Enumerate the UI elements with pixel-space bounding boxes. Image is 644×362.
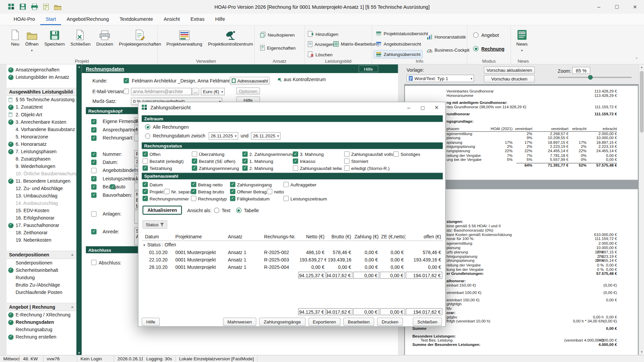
auto-option[interactable]: auto [110,184,125,189]
rechnungsdatum-option[interactable]: Rechnungsdatum zwisch 26.11.2025 und 26.… [145,132,280,139]
vertical-splitter[interactable] [76,64,82,355]
menu-tab-start[interactable]: Start [40,13,61,25]
sidebar-item[interactable]: Rechnung erstellen [7,333,76,341]
sidebar-section-header[interactable]: Sonderpositionen [7,251,76,259]
column-checkbox[interactable]: Auftraggeber [283,181,317,188]
status-filter-checkbox[interactable]: Zahlungserinnerung [192,165,243,172]
hinzufuegen-button[interactable]: Hinzufügen [306,29,340,38]
sidebar-item[interactable]: 8. Zusatzphasen [7,155,76,163]
row-checkbox[interactable] [91,135,97,140]
table-row[interactable]: 28.10.20 0001 Musterprojekt Ansatz 1 R-2… [142,263,443,271]
projektkontrollzentrum-button[interactable]: Projektkontrollzentrum [205,27,256,47]
vorschau-aktualisieren-button[interactable]: Vorschau aktualisieren [484,66,535,74]
column-checkbox[interactable]: Betrag brutto [191,188,230,195]
hilfe-button[interactable]: Hilfe [142,318,160,326]
row-checkbox[interactable] [91,229,97,234]
sidebar-item[interactable]: E-Rechnung / XRechnung [7,311,76,318]
sidebar-section-header[interactable]: Angebot | Rechnung [7,303,76,311]
column-checkbox[interactable]: Rechnungsnummer [143,195,191,202]
sidebar-item[interactable]: 18. Zeithonorar [7,229,76,236]
menu-tab-hilfe[interactable]: Hilfe [210,13,230,25]
minimize-button[interactable] [590,0,608,13]
modus-rechnung-option[interactable]: Rechnung [473,46,504,51]
scroll-down-icon[interactable] [639,349,644,355]
vorschau-drucken-button[interactable]: Vorschau drucken [484,75,535,82]
save-icon[interactable] [20,4,26,10]
sidebar-item[interactable]: 6. Honorarsatz [7,140,76,148]
zahlungsuebersicht-button[interactable]: Zahlungsübersicht [374,50,423,58]
neu-button[interactable]: Neu [8,27,22,53]
sidebar-item[interactable]: Rundung [7,274,76,281]
alle-rechnungen-option[interactable]: Alle Rechnungen [145,124,189,130]
status-filter-checkbox[interactable]: Zahlungsausfall teilw. [293,165,344,172]
zoom-value[interactable]: 85 % [572,67,590,74]
modus-angebot-option[interactable]: Angebot [473,33,499,38]
row-checkbox[interactable] [91,160,97,165]
sidebar-item[interactable]: 3. Anrechenbare Kosten [7,118,76,126]
status-filter-checkbox[interactable]: Bezahlt (SE offen) [192,158,243,165]
row-checkbox[interactable] [91,184,97,189]
sidebar-item[interactable]: 12. Zu- und Abschläge [7,185,76,192]
scrollbar-thumb[interactable] [640,71,644,133]
column-checkbox[interactable]: Offener Betrag [230,188,267,195]
sidebar-item[interactable]: Leistungsbilder im Ansatz [7,73,76,81]
zahlungseingaenge-button[interactable]: Zahlungseingänge [259,318,306,326]
ansicht-text-option[interactable]: Text [214,208,230,213]
sidebar-item[interactable]: Brutto Zu-/Abschläge [7,281,76,289]
dialog-minimize-button[interactable] [402,102,416,113]
column-checkbox[interactable]: Leistungszeitraum [283,195,327,202]
angebotsuebersicht-button[interactable]: Angebotsübersicht [374,40,423,48]
column-checkbox[interactable]: Datum [143,181,191,188]
sidebar-item[interactable]: 7. Leistungsphasen [7,148,76,155]
vertical-scrollbar[interactable] [639,64,644,355]
speichern-button[interactable]: Speichern [42,27,68,53]
bearbeiten-button[interactable]: Bearbeiten [343,318,374,326]
dialog-maximize-button[interactable] [416,102,430,113]
row-checkbox[interactable] [91,127,97,132]
sidebar-item[interactable]: Rechnungsdaten [7,318,76,326]
status-filter-checkbox[interactable]: 3. Mahnung [293,150,344,158]
row-checkbox[interactable] [91,119,97,124]
row-checkbox[interactable] [91,192,97,198]
row-checkbox[interactable] [91,176,97,181]
status-filter-checkbox[interactable]: Bezahlt (erledigt) [143,158,192,165]
business-cockpit-button[interactable]: Business-Cockpit [425,46,472,54]
status-filter-checkbox[interactable]: 1. Mahnung [242,158,293,165]
status-filter-checkbox[interactable]: 2. Mahnung [242,165,293,172]
date-to-select[interactable]: 26.11.2025 [251,132,280,139]
status-filter-checkbox[interactable]: Sonstiges [393,150,443,158]
loeschen-button[interactable]: Löschen [306,50,334,59]
folder-icon[interactable] [54,4,61,10]
ansicht-tabelle-option[interactable]: Tabelle [236,208,259,213]
close-button[interactable] [626,0,644,13]
print-icon[interactable] [31,4,38,10]
drucken-button[interactable]: Drucken [377,318,403,326]
zoom-slider[interactable] [558,77,632,78]
dialog-titlebar[interactable]: Zahlungsübersicht [139,102,445,113]
column-checkbox[interactable]: netto [267,188,284,195]
sidebar-item[interactable]: Durchlaufende Posten [7,289,76,296]
projektverwaltung-button[interactable]: Projektverwaltung [163,27,205,47]
column-checkbox[interactable]: Projekt [143,188,164,195]
sidebar-item[interactable]: Ansatzeigenschaften [7,66,76,73]
table-row[interactable]: 22.10.20 0001 Musterprojekt Ansatz 1 R-2… [142,256,443,263]
maximize-button[interactable] [608,0,626,13]
zoom-slider-thumb[interactable] [588,75,592,79]
column-checkbox[interactable]: Betrag netto [191,181,230,188]
projekteigenschaften-button[interactable]: Projekteigenschaften [116,27,164,53]
status-filter-checkbox[interactable]: 2. Zahlungserinnerung [242,150,293,158]
sidebar-item[interactable]: 1. Zusatztext [7,104,76,111]
mahnwesen-button[interactable]: Mahnwesen [223,318,257,326]
sidebar-item[interactable]: 17. Pauschalhonorar [7,222,76,229]
print-preview-icon[interactable] [43,4,49,10]
column-checkbox[interactable]: Zahlungseingang [230,181,283,188]
column-checkbox[interactable]: Fälligkeitsdatum [230,195,283,202]
sidebar-item[interactable]: 14. Ausbauzuschlag [7,199,76,207]
drucken-button[interactable]: Drucken [94,27,116,53]
eigenschaften-button[interactable]: Eigenschaften [258,44,298,52]
sidebar-item[interactable]: 10. Örtliche Bauüberwachung [7,170,76,177]
schliessen-button[interactable]: Schließen [413,318,442,326]
sidebar-item[interactable]: 13. Umbauzuschlag [7,192,76,199]
sidebar-item[interactable]: 19. Nebenkosten [7,236,76,244]
vorlage-select[interactable]: Word/Text: Typ 1 [407,75,474,82]
